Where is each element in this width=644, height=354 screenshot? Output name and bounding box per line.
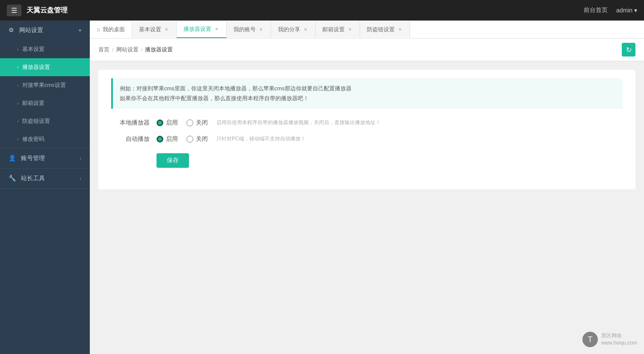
sidebar-item-label-player-settings: 播放器设置 xyxy=(22,63,50,71)
tab-my-share[interactable]: 我的分享 × xyxy=(271,21,316,38)
sidebar-item-hotlink-settings[interactable]: › 防盗链设置 xyxy=(0,112,90,130)
sidebar-group-label-site-settings: 网站设置 xyxy=(19,27,43,33)
header-right: 前台首页 admin ▾ xyxy=(584,6,637,14)
watermark-line1: 黑区网络 xyxy=(601,332,637,339)
tab-mail-settings-close[interactable]: × xyxy=(347,26,353,33)
auto-play-label: 自动播放 xyxy=(111,135,150,143)
sidebar-group-items-site-settings: › 基本设置 › 播放器设置 › 对接苹果cms设置 › 邮箱设置 › 防盗 xyxy=(0,40,90,148)
local-player-disable-label: 关闭 xyxy=(196,119,208,127)
breadcrumb-bar: 首页 / 网站设置 / 播放器设置 ↻ xyxy=(90,39,644,61)
auto-play-enable-option[interactable]: 启用 xyxy=(157,135,178,143)
app-logo: 天翼云盘管理 xyxy=(27,6,68,15)
sidebar-item-label-hotlink-settings: 防盗链设置 xyxy=(22,117,50,125)
frontend-home-link[interactable]: 前台首页 xyxy=(584,6,608,14)
watermark-line2: www.heiqu.com xyxy=(601,339,637,347)
breadcrumb-current: 播放器设置 xyxy=(145,46,173,54)
local-player-radio-group: 启用 关闭 xyxy=(157,119,208,127)
header-left: ☰ 天翼云盘管理 xyxy=(7,5,68,16)
footer-watermark: T 黑区网络 www.heiqu.com xyxy=(582,332,637,347)
local-player-hint: 启用后使用本程序自带的播放器播放视频，关闭后，直接输出播放地址！ xyxy=(216,119,381,126)
watermark-text: 黑区网络 www.heiqu.com xyxy=(601,332,637,347)
user-menu[interactable]: admin ▾ xyxy=(616,7,637,14)
sidebar-item-player-settings[interactable]: › 播放器设置 xyxy=(0,58,90,76)
sidebar-group-title-site-settings[interactable]: ⚙ 网站设置 ▾ xyxy=(0,21,90,40)
settings-icon: ⚙ xyxy=(9,27,14,33)
tab-player-settings[interactable]: 播放器设置 × xyxy=(177,21,227,38)
refresh-button[interactable]: ↻ xyxy=(622,43,635,57)
tab-my-account-close[interactable]: × xyxy=(258,26,264,33)
notice-line2: 如果你不会在其他程序中配置播放器，那么直接使用本程序自带的播放器吧！ xyxy=(120,93,616,103)
content-card: 例如：对接到苹果cms里面，你这里关闭本地播放器，那么苹果cms那边你就要自己配… xyxy=(98,70,635,189)
tab-player-settings-label: 播放器设置 xyxy=(183,25,211,33)
breadcrumb-sep-2: / xyxy=(141,47,143,53)
menu-toggle-button[interactable]: ☰ xyxy=(7,5,21,16)
auto-play-enable-radio[interactable] xyxy=(157,136,163,143)
sidebar: ⚙ 网站设置 ▾ › 基本设置 › 播放器设置 › 对接苹果cms设置 xyxy=(0,21,90,354)
notice-box: 例如：对接到苹果cms里面，你这里关闭本地播放器，那么苹果cms那边你就要自己配… xyxy=(111,78,623,109)
local-player-label: 本地播放器 xyxy=(111,119,150,127)
sidebar-item-label-change-password: 修改密码 xyxy=(22,135,44,143)
tab-basic-settings-close[interactable]: × xyxy=(164,26,169,33)
tab-basic-settings[interactable]: 基本设置 × xyxy=(132,21,177,38)
tab-my-share-close[interactable]: × xyxy=(303,26,308,33)
tools-icon: 🔧 xyxy=(9,175,16,181)
tab-hotlink-settings-label: 防盗链设置 xyxy=(367,26,395,33)
tab-home[interactable]: ⌂ 我的桌面 xyxy=(90,21,132,38)
sidebar-item-basic-settings[interactable]: › 基本设置 xyxy=(0,40,90,58)
chevron-down-icon: ▾ xyxy=(79,27,81,33)
sidebar-group-title-tools[interactable]: 🔧 站长工具 ‹ xyxy=(0,169,90,188)
tabs-bar: ⌂ 我的桌面 基本设置 × 播放器设置 × 我的账号 × 我的分享 × 邮箱设置… xyxy=(90,21,644,39)
tab-mail-settings-label: 邮箱设置 xyxy=(322,26,345,33)
layout: ⚙ 网站设置 ▾ › 基本设置 › 播放器设置 › 对接苹果cms设置 xyxy=(0,21,644,354)
local-player-enable-radio[interactable] xyxy=(157,119,163,126)
local-player-enable-option[interactable]: 启用 xyxy=(157,119,178,127)
sidebar-item-change-password[interactable]: › 修改密码 xyxy=(0,130,90,148)
auto-play-enable-label: 启用 xyxy=(166,135,178,143)
tab-my-account-label: 我的账号 xyxy=(233,26,256,33)
sidebar-item-mail-settings[interactable]: › 邮箱设置 xyxy=(0,94,90,112)
form-row-auto-play: 自动播放 启用 关闭 只针对PC端，移动端不支持自动播放！ xyxy=(111,135,623,143)
main-area: ⌂ 我的桌面 基本设置 × 播放器设置 × 我的账号 × 我的分享 × 邮箱设置… xyxy=(90,21,644,354)
auto-play-disable-option[interactable]: 关闭 xyxy=(186,135,208,143)
sidebar-item-label-basic-settings: 基本设置 xyxy=(22,45,44,53)
auto-play-radio-group: 启用 关闭 xyxy=(157,135,208,143)
sidebar-item-label-mail-settings: 邮箱设置 xyxy=(22,99,44,107)
watermark-icon: T xyxy=(582,332,598,347)
chevron-left-icon-account: ‹ xyxy=(80,155,81,161)
tab-home-label: 我的桌面 xyxy=(103,26,125,33)
tab-my-account[interactable]: 我的账号 × xyxy=(227,21,271,38)
auto-play-disable-label: 关闭 xyxy=(196,135,208,143)
user-icon: 👤 xyxy=(9,155,16,161)
tab-player-settings-close[interactable]: × xyxy=(214,26,219,33)
form-row-local-player: 本地播放器 启用 关闭 启用后使用本程序自带的播放器播放视频，关闭后，直接输出播… xyxy=(111,119,623,127)
save-button[interactable]: 保存 xyxy=(157,153,189,168)
user-dropdown-arrow: ▾ xyxy=(634,7,637,14)
sidebar-group-account: 👤 账号管理 ‹ xyxy=(0,149,90,169)
local-player-disable-option[interactable]: 关闭 xyxy=(186,119,208,127)
sidebar-item-cms-settings[interactable]: › 对接苹果cms设置 xyxy=(0,76,90,94)
tab-my-share-label: 我的分享 xyxy=(278,26,300,33)
home-icon: ⌂ xyxy=(97,26,100,33)
sidebar-group-label-tools: 站长工具 xyxy=(21,175,45,181)
tab-mail-settings[interactable]: 邮箱设置 × xyxy=(316,21,360,38)
breadcrumb-site-settings[interactable]: 网站设置 xyxy=(116,46,139,54)
form-row-save: 保存 xyxy=(157,152,623,168)
content-area: 例如：对接到苹果cms里面，你这里关闭本地播放器，那么苹果cms那边你就要自己配… xyxy=(90,61,644,354)
tab-hotlink-settings-close[interactable]: × xyxy=(397,26,403,33)
breadcrumb-sep-1: / xyxy=(112,47,114,53)
sidebar-group-tools: 🔧 站长工具 ‹ xyxy=(0,169,90,189)
notice-line1: 例如：对接到苹果cms里面，你这里关闭本地播放器，那么苹果cms那边你就要自己配… xyxy=(120,83,616,93)
sidebar-item-label-cms-settings: 对接苹果cms设置 xyxy=(22,81,66,89)
tab-basic-settings-label: 基本设置 xyxy=(139,26,161,33)
sidebar-group-site-settings: ⚙ 网站设置 ▾ › 基本设置 › 播放器设置 › 对接苹果cms设置 xyxy=(0,21,90,149)
local-player-enable-label: 启用 xyxy=(166,119,178,127)
sidebar-group-label-account: 账号管理 xyxy=(21,155,45,161)
chevron-left-icon-tools: ‹ xyxy=(80,176,81,181)
auto-play-hint: 只针对PC端，移动端不支持自动播放！ xyxy=(216,135,306,143)
sidebar-group-title-account[interactable]: 👤 账号管理 ‹ xyxy=(0,149,90,168)
breadcrumb-home[interactable]: 首页 xyxy=(98,46,109,54)
auto-play-disable-radio[interactable] xyxy=(186,136,193,143)
header: ☰ 天翼云盘管理 前台首页 admin ▾ xyxy=(0,0,644,21)
tab-hotlink-settings[interactable]: 防盗链设置 × xyxy=(360,21,410,38)
local-player-disable-radio[interactable] xyxy=(186,119,193,126)
